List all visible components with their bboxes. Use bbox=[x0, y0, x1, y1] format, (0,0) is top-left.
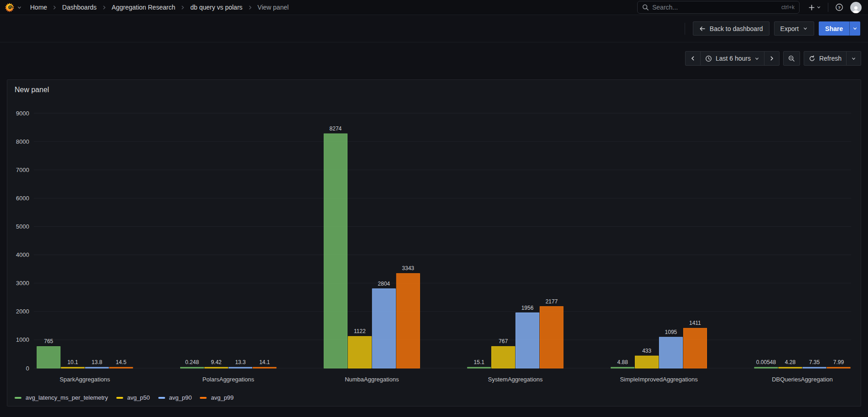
share-dropdown-button[interactable] bbox=[849, 21, 860, 36]
breadcrumb: HomeDashboardsAggregation Researchdb que… bbox=[30, 4, 289, 11]
bar-avg_p50[interactable] bbox=[779, 367, 802, 368]
bar-value-label: 0.248 bbox=[185, 359, 199, 365]
panel-view-toolbar: Back to dashboard Export Share bbox=[0, 15, 868, 42]
breadcrumb-separator-icon bbox=[52, 5, 57, 10]
y-axis-tick-label: 0 bbox=[26, 365, 29, 372]
breadcrumb-item[interactable]: db query vs polars bbox=[190, 4, 242, 11]
bar-avg_latency_ms_per_telemetry[interactable] bbox=[181, 367, 204, 368]
bar-value-label: 13.8 bbox=[92, 359, 103, 365]
legend-swatch bbox=[116, 397, 123, 399]
back-to-dashboard-label: Back to dashboard bbox=[710, 25, 763, 32]
legend-label: avg_latency_ms_per_telemetry bbox=[26, 394, 108, 401]
breadcrumb-item[interactable]: Dashboards bbox=[62, 4, 97, 11]
legend-swatch bbox=[200, 397, 207, 399]
x-axis-category-label: NumbaAggregations bbox=[345, 376, 399, 383]
add-new-button[interactable] bbox=[806, 3, 823, 12]
navbar-divider bbox=[828, 3, 828, 12]
logo-chevron-down-icon bbox=[17, 5, 22, 10]
y-axis-tick-label: 2000 bbox=[16, 308, 29, 315]
top-navbar: HomeDashboardsAggregation Researchdb que… bbox=[0, 0, 868, 15]
help-icon: ? bbox=[835, 3, 843, 11]
dashboard-panel: New panel 010002000300040005000600070008… bbox=[7, 79, 861, 407]
bar-avg_p90[interactable] bbox=[516, 313, 539, 368]
time-range-group: Last 6 hours bbox=[685, 51, 780, 66]
x-axis-category-label: SystemAggregations bbox=[488, 376, 543, 383]
person-icon bbox=[852, 5, 860, 13]
refresh-button[interactable]: Refresh bbox=[804, 51, 847, 66]
bar-avg_latency_ms_per_telemetry[interactable] bbox=[754, 367, 778, 368]
x-axis-category-label: SimpleImprovedAggregations bbox=[620, 376, 698, 383]
grafana-logo-button[interactable] bbox=[5, 2, 22, 12]
time-shift-forward-button[interactable] bbox=[764, 51, 780, 66]
bar-avg_p50[interactable] bbox=[205, 367, 228, 368]
refresh-interval-dropdown[interactable] bbox=[846, 51, 861, 66]
time-range-label: Last 6 hours bbox=[716, 55, 751, 62]
bar-value-label: 433 bbox=[642, 348, 651, 354]
bar-avg_p99[interactable] bbox=[253, 367, 276, 368]
bar-avg_latency_ms_per_telemetry[interactable] bbox=[324, 134, 347, 368]
breadcrumb-item[interactable]: Aggregation Research bbox=[112, 4, 175, 11]
bar-avg_p90[interactable] bbox=[85, 367, 109, 368]
bar-avg_latency_ms_per_telemetry[interactable] bbox=[611, 367, 634, 368]
breadcrumb-separator-icon bbox=[248, 5, 253, 10]
bar-value-label: 4.88 bbox=[617, 359, 628, 365]
grafana-logo-icon bbox=[5, 2, 15, 12]
breadcrumb-item[interactable]: Home bbox=[30, 4, 47, 11]
legend-item[interactable]: avg_p99 bbox=[200, 394, 234, 401]
zoom-out-time-button[interactable] bbox=[783, 51, 800, 66]
bar-avg_p99[interactable] bbox=[540, 307, 563, 368]
x-axis-category-label: SparkAggregations bbox=[60, 376, 110, 383]
bar-value-label: 1956 bbox=[521, 305, 534, 311]
zoom-out-icon bbox=[788, 55, 795, 62]
bar-avg_p50[interactable] bbox=[635, 356, 658, 368]
legend-swatch bbox=[15, 397, 21, 399]
chevron-left-icon bbox=[690, 56, 696, 61]
y-axis-tick-label: 5000 bbox=[16, 223, 29, 230]
bar-avg_latency_ms_per_telemetry[interactable] bbox=[37, 346, 60, 368]
svg-text:?: ? bbox=[838, 5, 841, 10]
refresh-icon bbox=[809, 55, 816, 62]
bar-value-label: 14.5 bbox=[116, 359, 127, 365]
bar-value-label: 10.1 bbox=[68, 359, 78, 365]
bar-value-label: 4.28 bbox=[785, 359, 796, 365]
chart-legend: avg_latency_ms_per_telemetryavg_p50avg_p… bbox=[15, 394, 234, 401]
share-button[interactable]: Share bbox=[819, 21, 849, 36]
bar-avg_p50[interactable] bbox=[348, 336, 371, 368]
chevron-down-icon bbox=[803, 26, 808, 31]
bar-chart: 0100020003000400050006000700080009000765… bbox=[7, 80, 861, 406]
time-shift-back-button[interactable] bbox=[685, 51, 701, 66]
bar-avg_p90[interactable] bbox=[372, 289, 395, 368]
legend-item[interactable]: avg_p90 bbox=[158, 394, 192, 401]
user-avatar[interactable] bbox=[850, 2, 862, 13]
legend-label: avg_p50 bbox=[127, 394, 150, 401]
bar-value-label: 2804 bbox=[378, 281, 390, 287]
bar-avg_p99[interactable] bbox=[683, 328, 707, 368]
chevron-down-icon bbox=[852, 26, 858, 31]
legend-item[interactable]: avg_latency_ms_per_telemetry bbox=[15, 394, 108, 401]
back-to-dashboard-button[interactable]: Back to dashboard bbox=[693, 21, 769, 36]
plus-icon bbox=[808, 4, 815, 11]
search-input[interactable]: Search... ctrl+k bbox=[637, 1, 800, 14]
bar-avg_p99[interactable] bbox=[109, 367, 133, 368]
legend-item[interactable]: avg_p50 bbox=[116, 394, 150, 401]
search-icon bbox=[642, 4, 649, 10]
bar-avg_p99[interactable] bbox=[827, 367, 850, 368]
bar-avg_latency_ms_per_telemetry[interactable] bbox=[468, 367, 491, 368]
bar-avg_p50[interactable] bbox=[492, 346, 515, 368]
time-range-picker-button[interactable]: Last 6 hours bbox=[700, 51, 764, 66]
legend-swatch bbox=[158, 397, 165, 399]
bar-avg_p90[interactable] bbox=[659, 337, 682, 368]
bar-avg_p90[interactable] bbox=[803, 367, 826, 368]
bar-value-label: 8274 bbox=[329, 125, 342, 132]
y-axis-tick-label: 1000 bbox=[16, 336, 29, 343]
export-button[interactable]: Export bbox=[774, 21, 814, 36]
x-axis-category-label: DBQueriesAggregation bbox=[772, 376, 833, 383]
bar-avg_p50[interactable] bbox=[61, 367, 84, 368]
chevron-down-icon bbox=[816, 5, 821, 10]
bar-avg_p99[interactable] bbox=[396, 273, 420, 368]
share-label: Share bbox=[825, 25, 843, 32]
bar-value-label: 0.00548 bbox=[756, 359, 776, 365]
search-placeholder: Search... bbox=[652, 4, 778, 11]
bar-avg_p90[interactable] bbox=[229, 367, 252, 368]
help-button[interactable]: ? bbox=[833, 2, 846, 13]
